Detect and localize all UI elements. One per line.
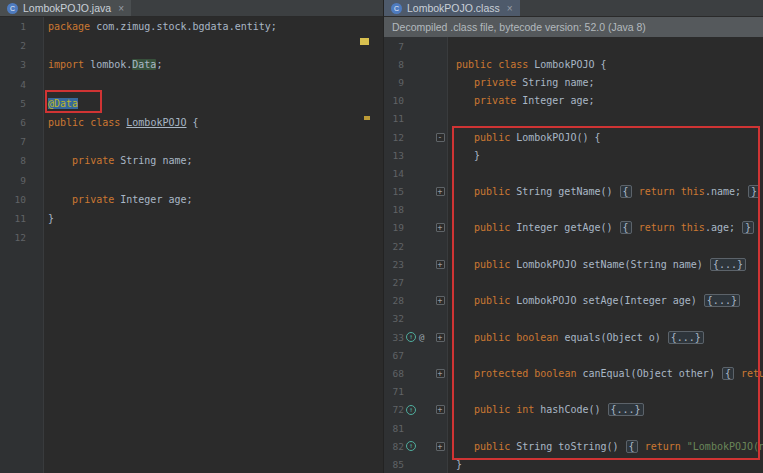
ide-window: { "colors": { "editor_bg": "#2b2b2b", "k… (0, 0, 763, 473)
fold-marker-icon[interactable]: - (436, 133, 445, 142)
line-number: 9 (8, 175, 26, 186)
code-line[interactable]: 27 (384, 273, 763, 291)
code-line[interactable]: 22 (384, 237, 763, 255)
code-line[interactable]: 67 (384, 346, 763, 364)
error-stripe-mark[interactable] (364, 116, 370, 120)
code-line[interactable]: 81 (384, 419, 763, 437)
code-line[interactable]: 13 } (384, 146, 763, 164)
fold-marker-icon[interactable]: + (436, 369, 445, 378)
code-line[interactable]: 7 (0, 132, 383, 151)
line-number: 8 (8, 155, 26, 166)
code-text: public class LombokPOJO { (448, 59, 607, 70)
line-number: 27 (390, 277, 404, 288)
gutter-icons: ↑@ (404, 332, 432, 342)
fold-marker-icon[interactable]: + (436, 442, 445, 451)
code-line[interactable]: 1package com.zimug.stock.bgdata.entity; (0, 17, 383, 36)
line-number: 12 (8, 232, 26, 243)
line-number: 6 (8, 117, 26, 128)
code-line[interactable]: 14 (384, 164, 763, 182)
code-line[interactable]: 85} (384, 455, 763, 473)
code-line[interactable]: 68+ protected boolean canEqual(Object ot… (384, 364, 763, 382)
code-line[interactable]: 71 (384, 383, 763, 401)
code-line[interactable]: 10 private Integer age; (0, 190, 383, 209)
fold-marker-icon[interactable]: + (436, 405, 445, 414)
code-text: public int hashCode() {...} (448, 404, 645, 415)
code-text: public Integer getAge() { return this.ag… (448, 222, 755, 233)
code-line[interactable]: 11 (384, 110, 763, 128)
code-line[interactable]: 10 private Integer age; (384, 92, 763, 110)
fold-marker-icon[interactable]: + (436, 333, 445, 342)
tab-label: LombokPOJO.class (407, 2, 500, 14)
code-line[interactable]: 18 (384, 201, 763, 219)
code-line[interactable]: 8 private String name; (0, 151, 383, 170)
editor-pane-source: C LombokPOJO.java × 1package com.zimug.s… (0, 0, 383, 473)
code-line[interactable]: 5@Data (0, 94, 383, 113)
line-number: 13 (390, 150, 404, 161)
fold-marker-icon[interactable]: + (436, 187, 445, 196)
line-number: 7 (8, 136, 26, 147)
code-text: } (48, 213, 54, 224)
line-number: 82 (390, 441, 404, 452)
code-line[interactable]: 4 (0, 75, 383, 94)
fold-column: + (432, 223, 448, 232)
decompiled-file-banner: Decompiled .class file, bytecode version… (384, 17, 763, 37)
tab-close-icon[interactable]: × (118, 3, 124, 14)
code-text: } (448, 150, 480, 161)
pane-divider[interactable] (383, 0, 384, 473)
code-line[interactable]: 9 private String name; (384, 73, 763, 91)
code-line[interactable]: 9 (0, 171, 383, 190)
line-number: 3 (8, 59, 26, 70)
code-line[interactable]: 72↑+ public int hashCode() {...} (384, 401, 763, 419)
code-line[interactable]: 2 (0, 36, 383, 55)
error-stripe-mark[interactable] (360, 38, 369, 45)
code-text: private Integer age; (48, 194, 193, 205)
line-number: 10 (390, 95, 404, 106)
code-text: protected boolean canEqual(Object other)… (448, 368, 763, 379)
line-number: 11 (8, 213, 26, 224)
code-text: @Data (48, 98, 78, 109)
code-line[interactable]: 19+ public Integer getAge() { return thi… (384, 219, 763, 237)
fold-column: - (432, 133, 448, 142)
line-number: 1 (8, 21, 26, 32)
tab-close-icon[interactable]: × (507, 3, 513, 14)
line-number: 11 (390, 113, 404, 124)
code-line[interactable]: 12- public LombokPOJO() { (384, 128, 763, 146)
code-line[interactable]: 3import lombok.Data; (0, 55, 383, 74)
override-method-icon[interactable]: ↑ (406, 332, 416, 342)
code-line[interactable]: 7 (384, 37, 763, 55)
fold-column: + (432, 333, 448, 342)
code-text: } (448, 459, 462, 470)
gutter-icons: ↑ (404, 441, 432, 451)
tab-lombokpojo-class[interactable]: C LombokPOJO.class × (384, 0, 520, 16)
override-method-icon[interactable]: ↑ (406, 441, 416, 451)
line-number: 19 (390, 222, 404, 233)
fold-marker-icon[interactable]: + (436, 223, 445, 232)
code-line[interactable]: 15+ public String getName() { return thi… (384, 183, 763, 201)
tab-lombokpojo-java[interactable]: C LombokPOJO.java × (0, 0, 131, 16)
line-number: 18 (390, 204, 404, 215)
tab-label: LombokPOJO.java (23, 2, 111, 14)
line-number: 7 (390, 41, 404, 52)
left-tab-bar: C LombokPOJO.java × (0, 0, 383, 17)
code-line[interactable]: 33↑@+ public boolean equals(Object o) {.… (384, 328, 763, 346)
line-number: 68 (390, 368, 404, 379)
code-line[interactable]: 82↑+ public String toString() { return "… (384, 437, 763, 455)
line-number: 5 (8, 98, 26, 109)
fold-marker-icon[interactable]: + (436, 260, 445, 269)
code-text: private String name; (448, 77, 595, 88)
line-number: 32 (390, 313, 404, 324)
fold-marker-icon[interactable]: + (436, 296, 445, 305)
code-line[interactable]: 28+ public LombokPOJO setAge(Integer age… (384, 292, 763, 310)
code-line[interactable]: 6public class LombokPOJO { (0, 113, 383, 132)
code-text: private String name; (48, 155, 193, 166)
code-line[interactable]: 11} (0, 209, 383, 228)
code-line[interactable]: 8public class LombokPOJO { (384, 55, 763, 73)
code-line[interactable]: 23+ public LombokPOJO setName(String nam… (384, 255, 763, 273)
fold-column: + (432, 442, 448, 451)
line-number: 10 (8, 194, 26, 205)
line-number: 67 (390, 350, 404, 361)
fold-column: + (432, 369, 448, 378)
code-line[interactable]: 32 (384, 310, 763, 328)
code-line[interactable]: 12 (0, 228, 383, 247)
override-method-icon[interactable]: ↑ (406, 405, 416, 415)
